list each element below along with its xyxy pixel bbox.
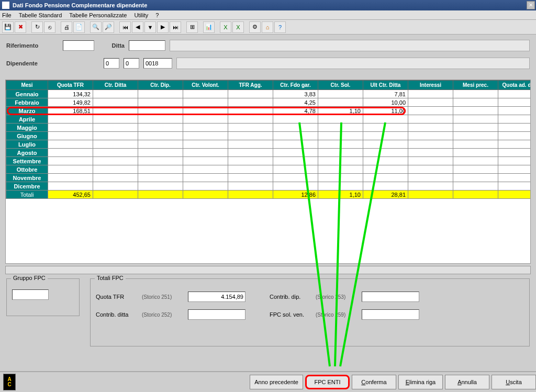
data-cell[interactable] <box>408 98 453 107</box>
data-cell[interactable] <box>453 182 498 191</box>
data-cell[interactable] <box>273 140 318 149</box>
data-cell[interactable] <box>228 182 273 191</box>
contrib-ditta-input[interactable] <box>188 309 245 320</box>
data-cell[interactable] <box>93 124 138 132</box>
data-cell[interactable] <box>453 140 498 149</box>
data-cell[interactable]: 1,10 <box>318 107 363 115</box>
data-cell[interactable] <box>273 182 318 191</box>
data-cell[interactable] <box>318 140 363 149</box>
data-cell[interactable] <box>498 124 531 132</box>
contrib-dip-input[interactable] <box>362 292 419 302</box>
data-cell[interactable] <box>318 165 363 174</box>
data-cell[interactable] <box>273 132 318 140</box>
data-cell[interactable] <box>318 124 363 132</box>
menu-help[interactable]: ? <box>155 12 159 18</box>
data-cell[interactable] <box>93 157 138 165</box>
data-cell[interactable] <box>363 182 408 191</box>
data-cell[interactable] <box>138 107 183 115</box>
chart-icon[interactable]: 📊 <box>203 21 215 33</box>
data-cell[interactable] <box>273 157 318 165</box>
data-cell[interactable] <box>93 90 138 98</box>
data-cell[interactable] <box>93 140 138 149</box>
data-cell[interactable] <box>408 90 453 98</box>
data-cell[interactable] <box>228 107 273 115</box>
data-cell[interactable] <box>48 174 93 182</box>
data-cell[interactable] <box>498 174 531 182</box>
table-row[interactable]: Giugno <box>6 132 531 140</box>
menu-utility[interactable]: Utility <box>134 12 148 18</box>
next-icon[interactable]: ▶ <box>157 21 169 33</box>
fpc-sol-input[interactable] <box>362 309 419 320</box>
data-cell[interactable] <box>48 132 93 140</box>
exit-icon[interactable]: ⎋ <box>44 21 55 33</box>
data-cell[interactable] <box>183 115 228 124</box>
data-cell[interactable] <box>228 174 273 182</box>
data-cell[interactable] <box>93 132 138 140</box>
data-cell[interactable] <box>228 90 273 98</box>
refresh-icon[interactable]: ↻ <box>31 21 43 33</box>
data-cell[interactable] <box>93 98 138 107</box>
data-cell[interactable] <box>183 165 228 174</box>
data-cell[interactable]: 4,78 <box>273 107 318 115</box>
data-cell[interactable] <box>453 90 498 98</box>
data-cell[interactable] <box>498 115 531 124</box>
data-cell[interactable] <box>48 149 93 157</box>
data-cell[interactable] <box>363 165 408 174</box>
preview-icon[interactable]: 📄 <box>73 21 85 33</box>
data-cell[interactable] <box>48 140 93 149</box>
data-cell[interactable] <box>453 174 498 182</box>
data-cell[interactable] <box>408 132 453 140</box>
annulla-button[interactable]: Annulla <box>445 375 489 389</box>
data-cell[interactable] <box>183 149 228 157</box>
menu-tabelle-standard[interactable]: Tabelle Standard <box>19 12 62 18</box>
data-cell[interactable]: 134,32 <box>48 90 93 98</box>
data-cell[interactable] <box>453 98 498 107</box>
data-cell[interactable] <box>408 174 453 182</box>
data-cell[interactable] <box>408 140 453 149</box>
table-row[interactable]: Ottobre <box>6 165 531 174</box>
anno-precedente-button[interactable]: Anno precedente <box>250 375 303 389</box>
h-scrollbar[interactable] <box>5 266 531 274</box>
data-cell[interactable] <box>183 182 228 191</box>
data-cell[interactable] <box>228 115 273 124</box>
data-cell[interactable] <box>498 107 531 115</box>
prev-icon[interactable]: ◀ <box>132 21 143 33</box>
data-cell[interactable] <box>273 124 318 132</box>
data-cell[interactable] <box>408 157 453 165</box>
cancel-icon[interactable]: ✖ <box>15 21 26 33</box>
data-cell[interactable] <box>138 165 183 174</box>
data-cell[interactable] <box>318 157 363 165</box>
data-cell[interactable] <box>183 157 228 165</box>
data-cell[interactable] <box>48 165 93 174</box>
data-cell[interactable] <box>228 157 273 165</box>
data-cell[interactable] <box>318 132 363 140</box>
data-cell[interactable] <box>138 124 183 132</box>
data-cell[interactable] <box>498 182 531 191</box>
data-cell[interactable] <box>363 115 408 124</box>
data-cell[interactable]: 7,81 <box>363 90 408 98</box>
data-cell[interactable]: 168,51 <box>48 107 93 115</box>
data-cell[interactable] <box>453 107 498 115</box>
excel-icon[interactable]: X <box>220 21 231 33</box>
data-cell[interactable] <box>93 115 138 124</box>
data-cell[interactable] <box>453 124 498 132</box>
data-cell[interactable] <box>228 165 273 174</box>
data-cell[interactable] <box>453 115 498 124</box>
data-cell[interactable] <box>318 98 363 107</box>
data-cell[interactable] <box>453 132 498 140</box>
data-cell[interactable] <box>183 107 228 115</box>
data-cell[interactable] <box>318 115 363 124</box>
tool1-icon[interactable]: ⚙ <box>249 21 261 33</box>
excel2-icon[interactable]: X <box>232 21 244 33</box>
gruppo-fpc-input[interactable] <box>12 289 49 300</box>
data-cell[interactable] <box>318 90 363 98</box>
data-cell[interactable] <box>48 115 93 124</box>
data-cell[interactable]: 3,83 <box>273 90 318 98</box>
data-cell[interactable] <box>453 157 498 165</box>
elimina-riga-button[interactable]: Elimina riga <box>398 375 443 389</box>
table-row[interactable]: Febbraio149,824,2510,00 <box>6 98 531 107</box>
last-icon[interactable]: ⏭ <box>170 21 181 33</box>
data-cell[interactable] <box>498 140 531 149</box>
data-cell[interactable] <box>93 107 138 115</box>
data-cell[interactable] <box>138 98 183 107</box>
